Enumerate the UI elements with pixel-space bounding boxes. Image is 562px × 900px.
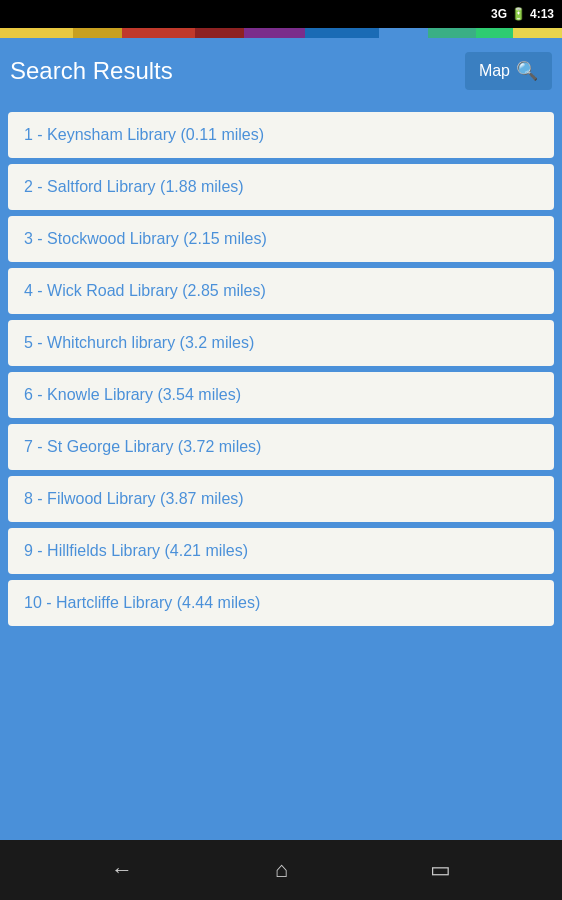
list-item[interactable]: 1 - Keynsham Library (0.11 miles) [8, 112, 554, 158]
back-icon[interactable]: ← [111, 857, 133, 883]
page-title: Search Results [10, 57, 173, 85]
color-segment-4 [195, 28, 244, 38]
header: Search Results Map 🔍 [0, 38, 562, 104]
color-segment-9 [513, 28, 562, 38]
list-item[interactable]: 9 - Hillfields Library (4.21 miles) [8, 528, 554, 574]
recents-icon[interactable]: ▭ [430, 857, 451, 883]
search-icon: 🔍 [516, 60, 538, 82]
color-bar [0, 28, 562, 38]
color-segment-2 [73, 28, 122, 38]
list-item[interactable]: 6 - Knowle Library (3.54 miles) [8, 372, 554, 418]
color-segment-6 [305, 28, 378, 38]
color-segment-8 [476, 28, 513, 38]
list-item[interactable]: 7 - St George Library (3.72 miles) [8, 424, 554, 470]
color-segment-5 [244, 28, 305, 38]
list-item[interactable]: 3 - Stockwood Library (2.15 miles) [8, 216, 554, 262]
list-item[interactable]: 8 - Filwood Library (3.87 miles) [8, 476, 554, 522]
signal-indicator: 3G [491, 7, 507, 21]
home-icon[interactable]: ⌂ [275, 857, 288, 883]
list-item[interactable]: 4 - Wick Road Library (2.85 miles) [8, 268, 554, 314]
battery-icon: 🔋 [511, 7, 526, 21]
nav-bar: ← ⌂ ▭ [0, 840, 562, 900]
color-segment-gap [379, 28, 428, 38]
color-segment-1 [0, 28, 73, 38]
color-segment-3 [122, 28, 195, 38]
time-display: 4:13 [530, 7, 554, 21]
map-button-label: Map [479, 62, 510, 80]
status-bar: 3G 🔋 4:13 [0, 0, 562, 28]
list-item[interactable]: 5 - Whitchurch library (3.2 miles) [8, 320, 554, 366]
list-item[interactable]: 10 - Hartcliffe Library (4.44 miles) [8, 580, 554, 626]
map-button[interactable]: Map 🔍 [465, 52, 552, 90]
results-list: 1 - Keynsham Library (0.11 miles)2 - Sal… [0, 104, 562, 840]
list-item[interactable]: 2 - Saltford Library (1.88 miles) [8, 164, 554, 210]
color-segment-7 [428, 28, 477, 38]
